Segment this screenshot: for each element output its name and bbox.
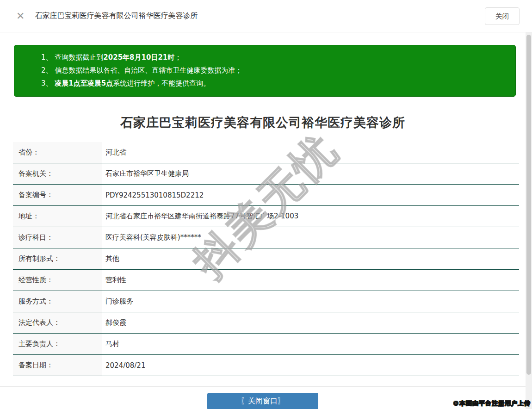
close-window-button[interactable]: 〖关闭窗口〗 — [207, 393, 318, 409]
row-value: 门诊服务 — [102, 297, 519, 306]
table-row-service-mode: 服务方式： 门诊服务 — [13, 291, 519, 312]
row-label: 主要负责人： — [13, 334, 102, 354]
row-label: 备案日期： — [13, 355, 102, 376]
table-row-ownership-form: 所有制形式： 其他 — [13, 248, 519, 270]
notice-line-number: 3、 — [41, 79, 53, 87]
notice-line-3: 3、 凌晨1点至凌晨5点系统进行维护，不能提供查询。 — [41, 77, 506, 90]
notice-line-2: 2、 信息数据结果以各省、自治区、直辖市卫生健康委数据为准； — [41, 64, 506, 77]
table-row-principal: 主要负责人： 马村 — [13, 334, 519, 355]
scrollbar-thumb[interactable] — [526, 35, 531, 375]
row-label: 省份： — [13, 142, 102, 163]
notice-banner: 1、 查询数据截止到2025年8月10日21时； 2、 信息数据结果以各省、自治… — [14, 45, 516, 97]
notice-line-number: 2、 — [41, 66, 53, 74]
window-titlebar: ✕ 石家庄巴宝莉医疗美容有限公司裕华医疗美容诊所 关闭 — [0, 0, 532, 32]
notice-line-bold: 2025年8月10日21时 — [103, 53, 174, 62]
row-value: PDY92425513010815D2212 — [102, 191, 519, 199]
close-x-icon[interactable]: ✕ — [16, 11, 25, 21]
row-label: 服务方式： — [13, 291, 102, 312]
copyright-watermark: ©本图由平台注册用户上传 — [453, 399, 531, 408]
row-value: 医疗美容科(美容皮肤科)****** — [102, 233, 519, 242]
row-value: 石家庄市裕华区卫生健康局 — [102, 169, 519, 178]
row-value: 营利性 — [102, 276, 519, 285]
table-row-record-number: 备案编号： PDY92425513010815D2212 — [13, 185, 519, 206]
row-value: 河北省石家庄市裕华区建华南街道裕泰路77号智汇广场2-1003 — [102, 212, 519, 221]
table-row-legal-representative: 法定代表人： 郝俊霞 — [13, 312, 519, 334]
row-value: 2024/08/21 — [102, 361, 519, 370]
table-row-province: 省份： 河北省 — [13, 142, 519, 163]
table-row-address: 地址： 河北省石家庄市裕华区建华南街道裕泰路77号智汇广场2-1003 — [13, 206, 519, 227]
notice-line-bold: 凌晨1点至凌晨5点 — [55, 79, 113, 87]
row-value: 河北省 — [102, 148, 519, 157]
table-row-business-nature: 经营性质： 营利性 — [13, 270, 519, 291]
row-label: 地址： — [13, 206, 102, 227]
page-title: 石家庄巴宝莉医疗美容有限公司裕华医疗美容诊所 — [0, 114, 526, 131]
row-label: 经营性质： — [13, 270, 102, 291]
table-row-record-authority: 备案机关： 石家庄市裕华区卫生健康局 — [13, 163, 519, 185]
row-label: 法定代表人： — [13, 312, 102, 333]
notice-line-number: 1、 — [41, 53, 53, 62]
record-info-table: 省份： 河北省 备案机关： 石家庄市裕华区卫生健康局 备案编号： PDY9242… — [13, 142, 519, 376]
notice-line-text: ； — [174, 53, 181, 62]
row-label: 备案机关： — [13, 163, 102, 184]
notice-line-text: 信息数据结果以各省、自治区、直辖市卫生健康委数据为准； — [55, 66, 242, 74]
notice-line-1: 1、 查询数据截止到2025年8月10日21时； — [41, 51, 506, 64]
row-value: 其他 — [102, 254, 519, 263]
window-title: 石家庄巴宝莉医疗美容有限公司裕华医疗美容诊所 — [35, 11, 198, 21]
content-divider — [0, 386, 526, 387]
row-value: 马村 — [102, 340, 519, 348]
table-row-medical-subjects: 诊疗科目： 医疗美容科(美容皮肤科)****** — [13, 227, 519, 248]
scrollbar-track[interactable] — [526, 32, 532, 409]
row-value: 郝俊霞 — [102, 318, 519, 327]
notice-line-text: 系统进行维护，不能提供查询。 — [113, 79, 210, 87]
row-label: 所有制形式： — [13, 248, 102, 269]
notice-line-text: 查询数据截止到 — [55, 53, 103, 62]
table-row-record-date: 备案日期： 2024/08/21 — [13, 355, 519, 376]
button-row: 〖关闭窗口〗 — [0, 393, 526, 409]
row-label: 诊疗科目： — [13, 227, 102, 248]
page-content: 1、 查询数据截止到2025年8月10日21时； 2、 信息数据结果以各省、自治… — [0, 45, 526, 409]
close-button[interactable]: 关闭 — [485, 7, 520, 25]
row-label: 备案编号： — [13, 185, 102, 205]
